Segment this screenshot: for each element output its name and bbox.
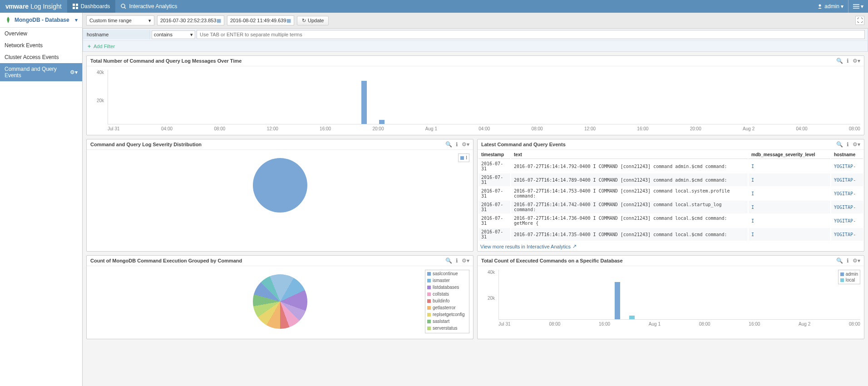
- search-icon[interactable]: 🔍: [445, 257, 452, 264]
- search-icon[interactable]: 🔍: [836, 58, 843, 64]
- legend[interactable]: saslcontinueismasterlistdatabasescollsta…: [425, 270, 469, 333]
- time-toolbar: Custom time range ▾ 2016-07-30 22:52:23.…: [83, 13, 868, 29]
- info-icon[interactable]: ℹ: [847, 58, 849, 64]
- end-time-value: 2016-08-02 11:49:49.639: [230, 18, 286, 23]
- table-row[interactable]: 2016-07-312016-07-27T16:14:14.742-0400 I…: [478, 201, 863, 213]
- plus-icon: ＋: [87, 43, 92, 49]
- logo: vmware Log Insight: [0, 3, 67, 10]
- gear-icon[interactable]: ⚙▾: [462, 141, 469, 148]
- widget-total-messages: Total Number of Command and Query Log Me…: [86, 55, 864, 135]
- widget-title: Latest Command and Query Events: [481, 142, 566, 147]
- info-icon[interactable]: ℹ: [847, 257, 849, 264]
- svg-point-6: [819, 5, 821, 7]
- time-range-select[interactable]: Custom time range ▾: [86, 15, 154, 25]
- update-button[interactable]: ↻ Update: [297, 16, 329, 25]
- user-label: admin: [824, 3, 839, 10]
- legend-item[interactable]: listdatabases: [425, 284, 469, 291]
- add-filter-button[interactable]: ＋ Add Filter: [83, 41, 868, 51]
- sidebar-item-cluster-access-events[interactable]: Cluster Access Events: [0, 51, 82, 63]
- end-time-input[interactable]: 2016-08-02 11:49:49.639 ▦: [227, 15, 294, 25]
- expand-icon: ⛶: [857, 17, 863, 24]
- menu-icon: [853, 4, 859, 9]
- sidebar-item-network-events[interactable]: Network Events: [0, 40, 82, 51]
- filter-value-input[interactable]: [197, 30, 865, 39]
- user-menu[interactable]: admin ▾: [813, 3, 848, 10]
- widget-title: Command and Query Log Severity Distribut…: [90, 142, 202, 147]
- widget-database-commands: Total Count of Executed Commands on a Sp…: [477, 255, 864, 339]
- legend-item[interactable]: replsetgetconfig: [425, 311, 469, 318]
- legend-item[interactable]: collstats: [425, 291, 469, 297]
- sidebar-item-command-and-query-events[interactable]: Command and Query Events⚙▾: [0, 63, 82, 81]
- start-time-value: 2016-07-30 22:52:23.853: [160, 18, 217, 23]
- legend-item[interactable]: buildinfo: [425, 297, 469, 304]
- gear-icon[interactable]: ⚙▾: [853, 141, 860, 148]
- sidebar-item-overview[interactable]: Overview: [0, 28, 82, 40]
- chart-body: 40k20k Jul 3104:0008:0012:0016:0020:00Au…: [87, 66, 864, 135]
- info-icon[interactable]: ℹ: [456, 257, 458, 264]
- gear-icon[interactable]: ⚙▾: [853, 257, 860, 264]
- sidebar-item-label: Overview: [5, 30, 27, 37]
- filter-operator-select[interactable]: contains ▾: [152, 30, 195, 39]
- sidebar-context-selector[interactable]: MongoDB - Database ▾: [0, 13, 82, 28]
- legend-item[interactable]: admin: [840, 271, 858, 277]
- svg-rect-2: [73, 7, 75, 9]
- x-axis-labels: Jul 3104:0008:0012:0016:0020:00Aug 104:0…: [108, 124, 860, 131]
- nav-dashboards-label: Dashboards: [81, 3, 110, 10]
- nav-dashboards[interactable]: Dashboards: [67, 0, 116, 13]
- legend-item[interactable]: serverstatus: [425, 325, 469, 332]
- user-icon: [817, 4, 823, 9]
- start-time-input[interactable]: 2016-07-30 22:52:23.853 ▦: [157, 15, 224, 25]
- pie-chart[interactable]: [253, 274, 307, 329]
- fullscreen-button[interactable]: ⛶: [855, 16, 864, 25]
- calendar-icon: ▦: [286, 18, 291, 24]
- topbar: vmware Log Insight Dashboards Interactiv…: [0, 0, 868, 13]
- nav-analytics[interactable]: Interactive Analytics: [115, 0, 182, 13]
- legend-item[interactable]: getlasterror: [425, 304, 469, 311]
- svg-rect-0: [73, 4, 75, 6]
- legend-item[interactable]: saslcontinue: [425, 270, 469, 277]
- info-icon[interactable]: ℹ: [847, 141, 849, 148]
- gear-icon[interactable]: ⚙▾: [462, 257, 469, 264]
- sidebar-item-label: Command and Query Events: [5, 66, 70, 79]
- hamburger-menu[interactable]: ▾: [848, 0, 868, 13]
- time-range-label: Custom time range: [89, 18, 132, 23]
- caret-down-icon: ▾: [861, 3, 863, 10]
- caret-down-icon: ▾: [75, 17, 78, 23]
- search-icon[interactable]: 🔍: [836, 257, 843, 264]
- view-more-link[interactable]: View more results in Interactive Analyti…: [478, 242, 864, 251]
- search-icon[interactable]: 🔍: [836, 141, 843, 148]
- chart-plot-area[interactable]: [108, 70, 860, 124]
- filter-row: hostname contains ▾: [83, 29, 868, 41]
- legend-item[interactable]: ismaster: [425, 277, 469, 284]
- sidebar-item-label: Network Events: [5, 42, 43, 49]
- widget-title: Total Number of Command and Query Log Me…: [90, 58, 242, 64]
- info-icon[interactable]: ℹ: [456, 141, 458, 148]
- mongodb-icon: [5, 16, 12, 24]
- table-row[interactable]: 2016-07-312016-07-27T16:14:14.753-0400 I…: [478, 187, 863, 200]
- gear-icon[interactable]: ⚙▾: [853, 58, 860, 64]
- filter-field-name[interactable]: hostname: [83, 30, 150, 39]
- search-icon[interactable]: 🔍: [445, 141, 452, 148]
- product-name: Log Insight: [30, 3, 62, 10]
- nav-analytics-label: Interactive Analytics: [129, 3, 177, 10]
- widget-severity-distribution: Command and Query Log Severity Distribut…: [86, 139, 473, 252]
- svg-rect-3: [76, 7, 78, 9]
- chart-plot-area[interactable]: [498, 270, 860, 320]
- legend-item[interactable]: I: [460, 155, 467, 161]
- legend-item[interactable]: dbstats: [425, 332, 469, 333]
- table-row[interactable]: 2016-07-312016-07-27T16:14:14.736-0400 I…: [478, 214, 863, 227]
- svg-point-4: [121, 4, 125, 8]
- calendar-icon: ▦: [217, 18, 221, 24]
- table-row[interactable]: 2016-07-312016-07-27T16:14:14.735-0400 I…: [478, 228, 863, 241]
- table-row[interactable]: 2016-07-312016-07-27T16:14:14.792-0400 I…: [478, 160, 863, 173]
- legend-item[interactable]: local: [840, 277, 858, 283]
- legend: adminlocal: [838, 270, 860, 284]
- content: Custom time range ▾ 2016-07-30 22:52:23.…: [83, 13, 868, 386]
- legend-item[interactable]: saslstart: [425, 318, 469, 325]
- widget-title: Count of MongoDB Command Execution Group…: [90, 258, 242, 263]
- pie-chart[interactable]: [253, 158, 307, 213]
- chart-body: I: [87, 150, 473, 223]
- gear-icon[interactable]: ⚙▾: [70, 69, 78, 75]
- table-row[interactable]: 2016-07-312016-07-27T16:14:14.789-0400 I…: [478, 173, 863, 186]
- dashboard-icon: [73, 4, 78, 9]
